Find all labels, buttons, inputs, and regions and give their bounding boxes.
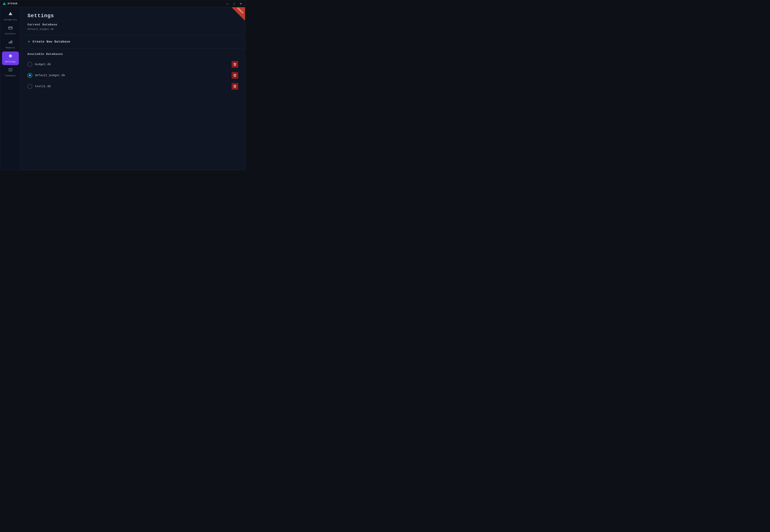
create-new-database-button[interactable]: + Create New Database [27, 35, 238, 48]
current-db-label: Current Database [27, 23, 238, 26]
sidebar-label-settings: Settings [5, 61, 16, 63]
db-row-test11: test11.db [27, 81, 238, 92]
settings-icon [8, 54, 13, 60]
db-radio-budget[interactable] [27, 62, 32, 67]
trash-icon-test11 [233, 85, 237, 88]
delete-button-test11[interactable] [232, 83, 238, 90]
delete-button-budget[interactable] [232, 61, 238, 68]
sidebar-item-reports[interactable]: Reports [2, 37, 19, 51]
app-name: BYENAB [8, 2, 18, 5]
sidebar-item-accounts[interactable]: Accounts [2, 24, 19, 37]
db-name-budget: budget.db [35, 63, 232, 66]
trash-icon-budget [233, 63, 237, 66]
page-title: Settings [27, 13, 238, 19]
db-name-default-budget: default_budget.db [35, 74, 232, 77]
accounts-icon [8, 26, 13, 32]
current-db-value: default_budget.db [27, 28, 238, 31]
svg-rect-5 [10, 41, 11, 43]
svg-rect-6 [11, 40, 12, 43]
db-radio-test11[interactable] [27, 84, 32, 89]
app-logo: BYENAB [2, 2, 18, 6]
sidebar-item-feedback[interactable]: Feedback [2, 65, 19, 79]
feedback-icon [8, 68, 13, 73]
trash-icon-default-budget [233, 74, 237, 77]
create-new-label: Create New Database [33, 40, 70, 43]
svg-point-10 [10, 71, 11, 71]
sidebar-label-categories: Categories [4, 19, 17, 21]
db-radio-default-budget[interactable] [27, 73, 32, 78]
svg-marker-0 [3, 2, 6, 5]
available-db-label: Available Databases [27, 53, 238, 56]
sidebar-label-accounts: Accounts [5, 33, 16, 35]
main-layout: Categories Accounts [0, 7, 245, 170]
delete-button-default-budget[interactable] [232, 72, 238, 79]
db-row-budget: budget.db [27, 59, 238, 70]
current-database-section: Current Database default_budget.db [27, 23, 238, 35]
minimize-button[interactable]: — [226, 2, 229, 6]
window-controls: — □ ✕ [226, 2, 243, 6]
sidebar-item-settings[interactable]: Settings [2, 51, 19, 65]
db-radio-inner-default-budget [29, 74, 31, 76]
db-name-test11: test11.db [35, 85, 232, 88]
sidebar-item-categories[interactable]: Categories [2, 9, 19, 23]
app-logo-icon [2, 2, 6, 6]
sidebar-label-reports: Reports [6, 47, 15, 49]
sidebar-label-feedback: Feedback [5, 75, 16, 77]
svg-marker-1 [9, 12, 12, 15]
database-list: budget.db [27, 59, 238, 92]
create-new-icon: + [27, 39, 30, 44]
svg-rect-4 [9, 42, 10, 43]
titlebar: BYENAB — □ ✕ [0, 0, 245, 7]
sidebar: Categories Accounts [0, 7, 21, 170]
categories-icon [8, 11, 13, 18]
svg-rect-3 [9, 27, 12, 28]
available-databases-section: Available Databases budget.db [27, 48, 238, 92]
close-button[interactable]: ✕ [239, 2, 243, 6]
db-row-default-budget: default_budget.db [27, 70, 238, 81]
app-window: BYENAB — □ ✕ Categories [0, 0, 245, 170]
maximize-button[interactable]: □ [232, 2, 236, 6]
content-area: DEBUG Settings Current Database default_… [21, 7, 245, 170]
reports-icon [8, 40, 13, 46]
